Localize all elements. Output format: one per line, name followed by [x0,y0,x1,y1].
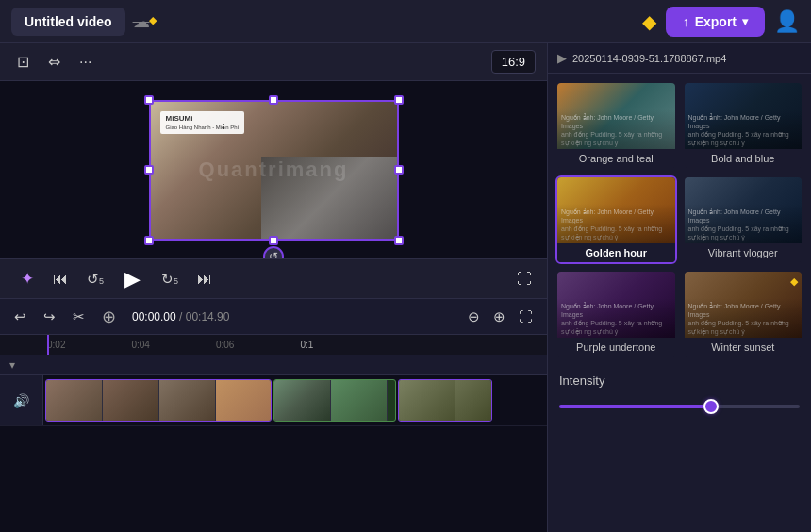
skip-back-icon: ⏮ [53,271,68,287]
handle-bottom-middle[interactable] [269,236,278,245]
video-logo: MiSUMiGiao Hàng Nhanh - Miễn Phí [160,111,245,134]
timeline-header-row: ▾ [0,355,547,375]
playhead [47,335,49,355]
intensity-slider-wrap[interactable] [559,397,800,416]
undo-icon: ↩ [14,308,26,324]
timeline-clip-3[interactable] [398,379,492,422]
topbar-right: ◆ ↑ Export ▾ 👤 [642,7,800,37]
total-time: / 00:14.90 [179,310,229,324]
fit-icon: ⛶ [519,308,533,324]
video-frame: MiSUMiGiao Hàng Nhanh - Miễn Phí [149,100,399,241]
handle-top-middle[interactable] [269,95,278,105]
video-frame-wrapper[interactable]: MiSUMiGiao Hàng Nhanh - Miễn Phí ↺ [149,100,399,241]
cloud-sync-button[interactable]: ☁ ◆ [133,11,162,32]
handle-bottom-left[interactable] [144,236,154,245]
main-area: ⊡ ⇔ ··· 16:9 MiSUMiGiao Hàng Nhanh - Miễ… [0,43,811,532]
cut-icon: ✂ [73,308,85,324]
filter-grid: Nguồn ảnh: John Moore / Getty Imagesanh … [548,74,811,366]
undo-button[interactable]: ↩ [9,305,31,329]
fullscreen-icon: ⛶ [517,271,532,287]
filter-label-golden-hour: Golden hour [557,243,675,262]
timeline-track-area: ▾ 🔊 [0,355,547,532]
editor-area: ⊡ ⇔ ··· 16:9 MiSUMiGiao Hàng Nhanh - Miễ… [0,43,547,532]
project-title-button[interactable]: Untitled video [11,8,125,36]
diamond-small-icon: ◆ [149,14,157,25]
ruler-tick-3: 0:06 [216,340,234,350]
forward-button[interactable]: ↻5 [156,267,184,291]
zoom-in-button[interactable]: ⊕ [488,306,510,328]
more-icon: ··· [79,54,91,70]
forward-icon: ↻5 [161,271,178,287]
filter-golden-hour[interactable]: Nguồn ảnh: John Moore / Getty Imagesanh … [555,175,677,264]
zoom-out-icon: ⊖ [468,308,480,324]
skip-back-button[interactable]: ⏮ [47,267,74,291]
magic-edit-button[interactable]: ✦ [15,265,40,292]
timeline-clip-2[interactable] [273,379,396,422]
filter-watermark-5: Nguồn ảnh: John Moore / Getty Imagesanh … [557,300,675,338]
play-button[interactable]: ▶ [117,263,148,295]
cut-button[interactable]: ✂ [68,305,90,329]
filter-purple-undertone[interactable]: Nguồn ảnh: John Moore / Getty Imagesanh … [555,270,677,358]
diamond-lock-icon: ◆ [790,275,798,288]
timeline-collapse-button[interactable]: ▾ [9,358,15,372]
panel-file-row: ▶ 20250114-0939-51.1788867.mp4 [548,43,811,74]
editor-toolbar: ⊡ ⇔ ··· 16:9 [0,43,547,81]
filter-watermark-1: Nguồn ảnh: John Moore / Getty Imagesanh … [557,111,675,149]
more-options-button[interactable]: ··· [74,50,97,75]
add-clip-button[interactable]: ⊕ [97,303,121,331]
zoom-out-button[interactable]: ⊖ [463,306,485,328]
aspect-ratio-badge: 16:9 [491,50,536,74]
filter-orange-teal[interactable]: Nguồn ảnh: John Moore / Getty Imagesanh … [555,81,677,170]
resize-button[interactable]: ⇔ [42,49,66,75]
playback-controls: ✦ ⏮ ↺5 ▶ ↻5 ⏭ ⛶ [0,258,547,298]
panel-file-name: 20250114-0939-51.1788867.mp4 [572,53,726,64]
filter-bold-blue[interactable]: Nguồn ảnh: John Moore / Getty Imagesanh … [683,81,804,170]
timeline-ruler: 0:02 0:04 0:06 0:1 [0,334,547,355]
zoom-controls: ⊖ ⊕ ⛶ [463,306,538,328]
filter-watermark-2: Nguồn ảnh: John Moore / Getty Imagesanh … [685,111,803,149]
avatar-button[interactable]: 👤 [774,9,800,34]
cloud-icon: ☁ [133,12,150,31]
fit-timeline-button[interactable]: ⛶ [514,306,538,327]
crop-button[interactable]: ⊡ [11,49,35,75]
filter-watermark-3: Nguồn ảnh: John Moore / Getty Imagesanh … [557,206,675,243]
time-display: 00:00.00 / 00:14.90 [132,310,229,324]
intensity-title: Intensity [559,374,800,388]
upload-icon: ↑ [683,14,689,29]
video-canvas: MiSUMiGiao Hàng Nhanh - Miễn Phí ↺ Quant… [0,81,547,258]
redo-icon: ↪ [43,308,56,324]
avatar-icon: 👤 [774,9,800,33]
redo-button[interactable]: ↪ [39,305,60,329]
filter-label-orange-teal: Orange and teal [557,149,675,168]
export-label: Export [695,14,737,29]
zoom-in-icon: ⊕ [493,308,505,324]
fullscreen-button[interactable]: ⛶ [517,271,532,288]
intensity-slider-thumb[interactable] [703,399,719,414]
skip-next-icon: ⏭ [197,271,212,287]
current-time: 00:00.00 [132,310,176,324]
topbar: Untitled video ☁ ◆ ◆ ↑ Export ▾ 👤 [0,0,811,43]
intensity-slider-track [559,405,800,408]
upgrade-button[interactable]: ◆ [642,10,656,33]
add-icon: ⊕ [102,308,116,326]
filter-vibrant-vlogger[interactable]: Nguồn ảnh: John Moore / Getty Imagesanh … [683,175,804,264]
filter-winter-sunset[interactable]: Nguồn ảnh: John Moore / Getty Imagesanh … [683,270,804,358]
timeline-clip-1[interactable] [45,379,272,422]
export-button[interactable]: ↑ Export ▾ [666,7,765,37]
ruler-tick-4: 0:1 [300,340,313,350]
handle-right-middle[interactable] [394,165,404,175]
handle-top-right[interactable] [394,95,404,105]
rewind-button[interactable]: ↺5 [81,267,109,291]
rotate-handle[interactable]: ↺ [263,246,284,259]
timeline-toolbar: ↩ ↪ ✂ ⊕ 00:00.00 / 00:14.90 ⊖ ⊕ [0,298,547,334]
handle-bottom-right[interactable] [394,236,404,245]
export-chevron-icon: ▾ [742,15,748,28]
track-content-main[interactable] [43,375,547,425]
diamond-icon: ◆ [642,11,656,32]
track-volume-label: 🔊 [0,375,43,425]
video-file-icon: ▶ [557,51,567,65]
video-track: 🔊 [0,375,547,426]
handle-top-left[interactable] [144,95,154,105]
handle-left-middle[interactable] [144,165,154,175]
skip-next-button[interactable]: ⏭ [191,267,218,291]
